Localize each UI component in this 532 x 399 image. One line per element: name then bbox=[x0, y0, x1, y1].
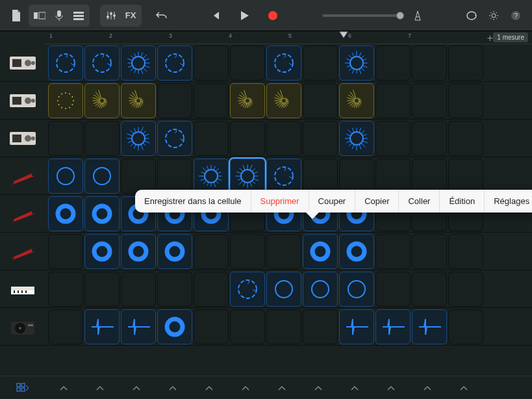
loop-cell[interactable] bbox=[339, 309, 374, 344]
loop-cell[interactable] bbox=[48, 196, 83, 231]
empty-cell[interactable] bbox=[448, 272, 483, 307]
timeline-ruler[interactable]: 1 2 3 4 5 6 7 + 1 mesure bbox=[45, 31, 532, 44]
column-trigger[interactable] bbox=[409, 376, 446, 399]
loop-cell[interactable] bbox=[230, 83, 265, 118]
loop-cell[interactable] bbox=[48, 83, 83, 118]
column-trigger[interactable] bbox=[300, 376, 336, 399]
column-trigger[interactable] bbox=[373, 376, 409, 399]
empty-cell[interactable] bbox=[412, 45, 447, 81]
volume-knob[interactable] bbox=[396, 12, 404, 19]
loop-cell[interactable] bbox=[194, 159, 229, 194]
loop-cell[interactable] bbox=[84, 159, 120, 194]
loop-cell[interactable] bbox=[339, 121, 374, 156]
empty-cell[interactable] bbox=[303, 45, 338, 81]
column-trigger[interactable] bbox=[446, 376, 482, 399]
empty-cell[interactable] bbox=[230, 121, 265, 156]
playhead-icon[interactable] bbox=[339, 31, 348, 40]
loop-cell[interactable] bbox=[339, 272, 374, 307]
column-trigger[interactable] bbox=[45, 376, 82, 399]
column-trigger[interactable] bbox=[191, 376, 227, 399]
loop-cell[interactable] bbox=[121, 234, 156, 269]
empty-cell[interactable] bbox=[266, 121, 301, 156]
empty-cell[interactable] bbox=[412, 159, 447, 194]
empty-cell[interactable] bbox=[412, 83, 447, 118]
loop-cell[interactable] bbox=[375, 309, 411, 344]
empty-cell[interactable] bbox=[266, 309, 301, 344]
grid-toggle-button[interactable] bbox=[0, 376, 45, 399]
empty-cell[interactable] bbox=[194, 45, 229, 81]
empty-cell[interactable] bbox=[194, 234, 229, 269]
loop-cell[interactable] bbox=[157, 121, 192, 156]
empty-cell[interactable] bbox=[157, 272, 192, 307]
column-trigger[interactable] bbox=[264, 376, 300, 399]
play-icon[interactable] bbox=[234, 6, 254, 25]
loop-cell[interactable] bbox=[230, 272, 265, 307]
empty-cell[interactable] bbox=[303, 83, 338, 118]
empty-cell[interactable] bbox=[48, 309, 83, 344]
loop-cell[interactable] bbox=[84, 234, 120, 269]
empty-cell[interactable] bbox=[448, 159, 483, 194]
ctx-coller[interactable]: Coller bbox=[399, 190, 440, 212]
empty-cell[interactable] bbox=[194, 272, 229, 307]
empty-cell[interactable] bbox=[157, 159, 192, 194]
loop-cell[interactable] bbox=[84, 83, 120, 118]
empty-cell[interactable] bbox=[48, 234, 83, 269]
fx-button[interactable]: FX bbox=[121, 6, 140, 25]
loop-cell[interactable] bbox=[303, 272, 338, 307]
empty-cell[interactable] bbox=[194, 83, 229, 118]
ctx--dition[interactable]: Édition bbox=[440, 190, 485, 212]
track-header-keys-2[interactable] bbox=[0, 195, 45, 233]
empty-cell[interactable] bbox=[375, 234, 411, 269]
volume-slider[interactable] bbox=[322, 14, 400, 17]
help-icon[interactable]: ? bbox=[506, 6, 526, 25]
empty-cell[interactable] bbox=[448, 309, 483, 344]
empty-cell[interactable] bbox=[448, 121, 483, 156]
loop-cell[interactable] bbox=[84, 309, 120, 344]
track-header-drum-machine-1[interactable] bbox=[0, 44, 45, 82]
loop-cell[interactable] bbox=[84, 196, 120, 231]
loop-cell[interactable] bbox=[48, 45, 83, 81]
column-trigger[interactable] bbox=[155, 376, 191, 399]
empty-cell[interactable] bbox=[48, 121, 83, 156]
empty-cell[interactable] bbox=[448, 45, 483, 81]
ctx-supprimer[interactable]: Supprimer bbox=[251, 190, 309, 212]
empty-cell[interactable] bbox=[230, 45, 265, 81]
empty-cell[interactable] bbox=[194, 309, 229, 344]
loop-cell[interactable] bbox=[121, 309, 156, 344]
track-header-drum-machine-3[interactable] bbox=[0, 120, 45, 157]
column-trigger[interactable] bbox=[82, 376, 118, 399]
empty-cell[interactable] bbox=[84, 272, 120, 307]
loop-cell[interactable] bbox=[84, 45, 120, 81]
tracks-icon[interactable] bbox=[69, 6, 88, 25]
mixer-icon[interactable] bbox=[101, 6, 121, 25]
loop-cell[interactable] bbox=[157, 45, 192, 81]
loop-cell[interactable] bbox=[266, 45, 301, 81]
metronome-icon[interactable] bbox=[408, 6, 427, 25]
ctx-copier[interactable]: Copier bbox=[355, 190, 399, 212]
empty-cell[interactable] bbox=[375, 83, 411, 118]
ctx-enregistrer-dans-la-cellule[interactable]: Enregistrer dans la cellule bbox=[135, 190, 251, 212]
empty-cell[interactable] bbox=[84, 121, 120, 156]
track-header-drum-machine-2[interactable] bbox=[0, 82, 45, 120]
loop-cell[interactable] bbox=[266, 83, 301, 118]
add-section-button[interactable]: + bbox=[487, 32, 493, 44]
loop-cell[interactable] bbox=[48, 159, 83, 194]
empty-cell[interactable] bbox=[412, 234, 447, 269]
loop-cell[interactable] bbox=[157, 234, 192, 269]
empty-cell[interactable] bbox=[230, 309, 265, 344]
mic-icon[interactable] bbox=[49, 6, 69, 25]
track-header-synth[interactable] bbox=[0, 270, 45, 308]
empty-cell[interactable] bbox=[339, 159, 374, 194]
column-trigger[interactable] bbox=[336, 376, 373, 399]
loop-cell[interactable] bbox=[230, 159, 265, 194]
column-trigger[interactable] bbox=[227, 376, 264, 399]
empty-cell[interactable] bbox=[121, 159, 156, 194]
loop-cell[interactable] bbox=[157, 309, 192, 344]
loop-cell[interactable] bbox=[339, 83, 374, 118]
empty-cell[interactable] bbox=[121, 272, 156, 307]
loop-cell[interactable] bbox=[339, 45, 374, 81]
ctx-r-glages[interactable]: Réglages bbox=[485, 190, 532, 212]
undo-icon[interactable] bbox=[152, 6, 171, 25]
zoom-label[interactable]: 1 mesure bbox=[493, 32, 528, 42]
loop-cell[interactable] bbox=[266, 272, 301, 307]
